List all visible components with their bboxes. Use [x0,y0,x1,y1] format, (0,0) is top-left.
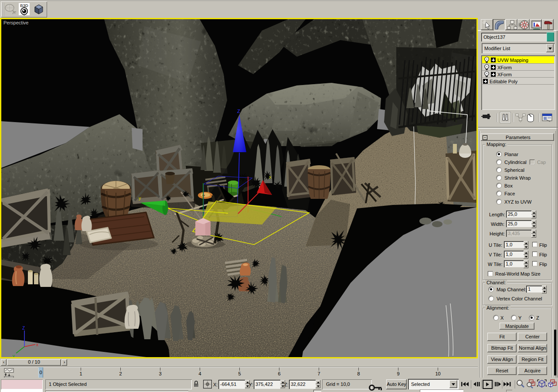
svg-text:y: y [13,354,15,357]
svg-text:Z: Z [237,109,240,114]
svg-text:y: y [139,195,141,201]
svg-text:Z: Z [22,326,25,331]
svg-text:x: x [269,174,272,180]
svg-text:x: x [36,342,38,347]
